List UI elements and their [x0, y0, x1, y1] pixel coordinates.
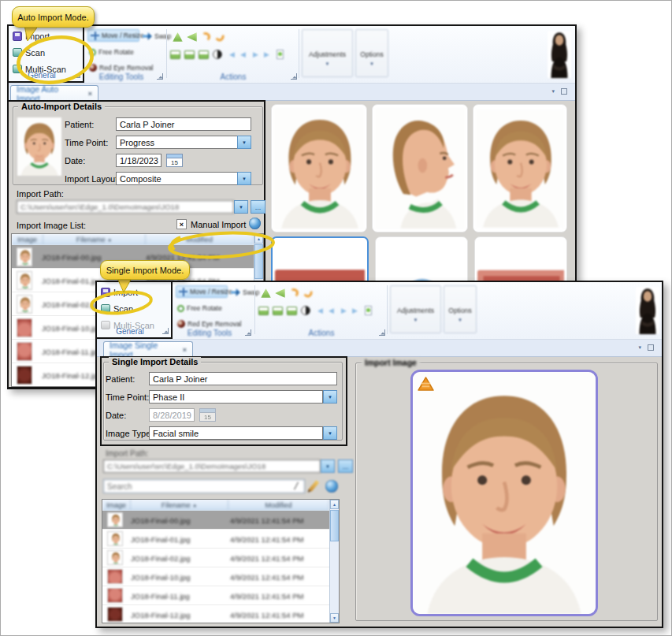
next-icon[interactable]: ▶ [253, 50, 258, 58]
column-header-filename[interactable]: Filename ▲ [131, 500, 228, 511]
import-button[interactable]: Import [101, 285, 138, 299]
list-item[interactable]: JO18-Final-01.jpg4/9/2021 12:41:54 PM [102, 530, 329, 549]
editing-tools-dialog-launcher-icon[interactable] [157, 73, 163, 80]
layout-doc-icon[interactable] [365, 306, 372, 315]
image-action-icon[interactable] [258, 307, 269, 315]
sort-asc-icon: ▲ [107, 237, 112, 242]
image-type-dropdown-button[interactable]: ▼ [323, 426, 337, 440]
next-icon[interactable]: ▶ [341, 307, 347, 314]
column-header-image[interactable]: Image [12, 234, 43, 245]
browse-button[interactable]: ... [338, 459, 353, 473]
scroll-up-icon[interactable]: ▲ [254, 234, 263, 244]
scroll-up-icon[interactable]: ▲ [330, 500, 339, 509]
flip-vertical-icon[interactable] [261, 288, 271, 298]
contrast-icon[interactable] [301, 306, 310, 315]
image-action-icon[interactable] [287, 307, 297, 315]
free-rotate-button[interactable]: Free Rotate [177, 302, 222, 314]
patient-label: Patient: [65, 120, 94, 129]
rotate-right-icon[interactable] [213, 31, 225, 43]
tab-image-single-import[interactable]: Image Single Import × [103, 341, 193, 357]
column-header-modified[interactable]: Modified [146, 234, 254, 245]
date-input[interactable]: 1/18/2023 [116, 154, 162, 167]
adjustments-button[interactable]: Adjustments▼ [390, 285, 441, 333]
list-item[interactable]: JO18-Final-12.jpg4/9/2021 12:41:54 PM [102, 605, 329, 623]
import-path-combo[interactable]: C:\Users\user\src\Edge_1.0\DemoImages\JO… [17, 200, 234, 214]
list-item[interactable]: JO18-Final-11.jpg4/9/2021 12:41:54 PM [102, 586, 329, 605]
rotate-left-icon[interactable] [288, 288, 299, 299]
prev-first-icon[interactable]: ◀ [229, 50, 235, 58]
close-icon[interactable]: × [183, 346, 187, 354]
layout-doc-icon[interactable] [277, 50, 284, 59]
list-item[interactable]: JO18-Final-10.jpg4/9/2021 12:41:54 PM [102, 567, 329, 586]
flip-horizontal-icon[interactable] [275, 288, 285, 298]
image-action-icon[interactable] [199, 50, 209, 59]
actions-dialog-launcher-icon[interactable] [291, 73, 297, 80]
column-header-image[interactable]: Image [102, 500, 131, 511]
image-action-icon[interactable] [273, 307, 283, 315]
refresh-globe-icon[interactable] [249, 218, 261, 229]
date-input-disabled: 8/28/2019 [149, 408, 195, 422]
import-image-preview[interactable] [410, 370, 598, 616]
import-layout-combo[interactable]: Composite [116, 172, 238, 185]
list-item[interactable]: JO18-Final-02.jpg4/9/2021 12:41:54 PM [102, 549, 329, 567]
image-action-icon[interactable] [184, 50, 195, 59]
pin-icon[interactable] [561, 88, 567, 95]
flip-horizontal-icon[interactable] [187, 32, 197, 42]
pin-icon[interactable] [648, 344, 654, 351]
rotate-left-icon[interactable] [200, 32, 211, 43]
scroll-down-icon[interactable]: ▼ [330, 613, 339, 623]
scrollbar[interactable]: ▲ ▼ [329, 500, 339, 623]
actions-dialog-launcher-icon[interactable] [379, 329, 385, 336]
search-input[interactable] [103, 479, 305, 493]
manual-import-close-button[interactable]: × [176, 219, 187, 229]
scan-button[interactable]: Scan [13, 46, 45, 59]
time-point-dropdown-button[interactable]: ▼ [323, 390, 337, 404]
editing-tools-dialog-launcher-icon[interactable] [245, 329, 251, 336]
image-type-label: Image Type: [106, 429, 153, 438]
next-last-icon[interactable]: ▶ [264, 50, 269, 58]
next-last-icon[interactable]: ▶ [352, 307, 358, 314]
browse-button[interactable]: ... [251, 200, 265, 214]
manual-import-label[interactable]: Manual Import [191, 220, 246, 229]
time-point-combo[interactable]: Phase II [149, 390, 323, 404]
options-button[interactable]: Options▼ [444, 285, 477, 333]
time-point-combo[interactable]: Progress [116, 136, 238, 149]
contrast-icon[interactable] [213, 50, 222, 59]
move-resize-button[interactable]: Move / Resize [176, 285, 228, 298]
photo-tile-smile[interactable] [271, 104, 367, 232]
photo-tile-profile[interactable] [372, 104, 468, 232]
column-header-modified[interactable]: Modified [228, 500, 329, 511]
import-layout-dropdown-button[interactable]: ▼ [237, 172, 251, 185]
adjustments-button[interactable]: Adjustments▼ [302, 29, 353, 77]
import-button[interactable]: Import [13, 29, 50, 43]
patient-input[interactable]: Carla P Joiner [149, 372, 337, 385]
edit-pencil-icon[interactable] [309, 480, 319, 492]
import-path-dropdown-button[interactable]: ▼ [234, 200, 248, 214]
flip-vertical-icon[interactable] [173, 32, 183, 42]
tab-image-auto-import[interactable]: Image Auto Import × [10, 85, 98, 101]
options-button[interactable]: Options▼ [355, 29, 388, 77]
general-dialog-launcher-icon[interactable] [162, 328, 169, 334]
time-point-dropdown-button[interactable]: ▼ [237, 136, 251, 149]
list-item[interactable]: JO18-Final-00.jpg4/9/2021 12:41:54 PM [102, 511, 329, 530]
free-rotate-button[interactable]: Free Rotate [89, 46, 134, 58]
photo-tile-rest[interactable] [473, 104, 567, 232]
move-resize-button[interactable]: Move / Resize [87, 29, 139, 42]
image-action-icon[interactable] [170, 50, 180, 59]
import-path-dropdown-button[interactable]: ▼ [321, 459, 335, 473]
close-icon[interactable]: × [88, 90, 92, 98]
tab-menu-icon[interactable]: ▾ [638, 344, 641, 351]
prev-icon[interactable]: ◀ [329, 307, 334, 314]
refresh-globe-icon[interactable] [325, 480, 338, 493]
general-dialog-launcher-icon[interactable] [74, 72, 80, 78]
column-header-filename[interactable]: Filename ▲ [43, 234, 146, 245]
patient-input[interactable]: Carla P Joiner [116, 117, 251, 131]
import-path-combo[interactable]: C:\Users\user\src\Edge_1.0\DemoImages\JO… [103, 459, 321, 473]
image-type-combo[interactable]: Facial smile [149, 426, 323, 440]
calendar-icon[interactable]: 15 [166, 154, 183, 167]
scan-button[interactable]: Scan [101, 302, 133, 315]
rotate-right-icon[interactable] [302, 287, 314, 299]
tab-menu-icon[interactable]: ▾ [551, 88, 555, 95]
prev-icon[interactable]: ◀ [240, 50, 246, 58]
prev-first-icon[interactable]: ◀ [317, 307, 323, 314]
